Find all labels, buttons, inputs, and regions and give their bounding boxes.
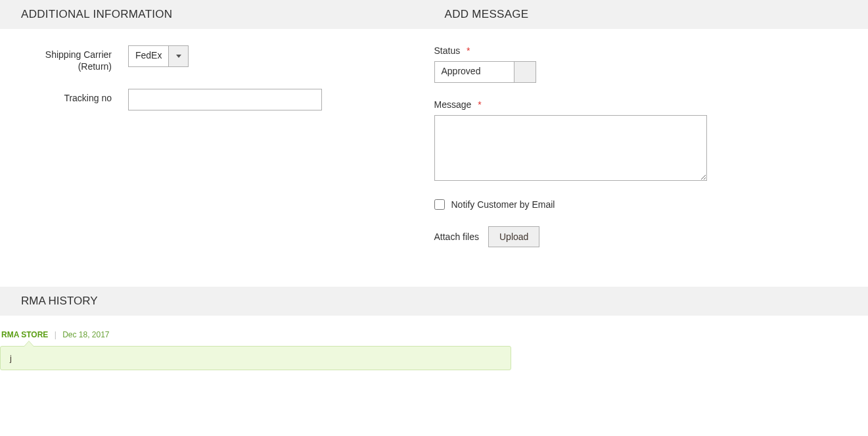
notify-customer-checkbox[interactable] bbox=[434, 199, 445, 210]
history-date: Dec 18, 2017 bbox=[62, 330, 109, 339]
upload-button[interactable]: Upload bbox=[488, 226, 539, 247]
shipping-carrier-select[interactable]: FedEx bbox=[128, 45, 189, 67]
status-value: Approved bbox=[435, 62, 514, 82]
message-textarea[interactable] bbox=[434, 115, 707, 181]
required-asterisk: * bbox=[467, 45, 470, 56]
message-label: Message * bbox=[434, 99, 856, 110]
attach-files-label: Attach files bbox=[434, 231, 479, 242]
status-label-text: Status bbox=[434, 45, 461, 56]
shipping-carrier-label: Shipping Carrier (Return) bbox=[13, 45, 128, 72]
required-asterisk: * bbox=[478, 99, 481, 110]
rma-history-body: RMA STORE | Dec 18, 2017 j bbox=[0, 316, 868, 377]
status-dropdown-button[interactable] bbox=[514, 62, 536, 82]
top-section-header: ADDITIONAL INFORMATION ADD MESSAGE bbox=[0, 0, 868, 29]
tracking-no-input[interactable] bbox=[128, 89, 322, 110]
history-entry-meta: RMA STORE | Dec 18, 2017 bbox=[0, 330, 855, 339]
shipping-carrier-value: FedEx bbox=[129, 46, 168, 66]
additional-info-heading: ADDITIONAL INFORMATION bbox=[8, 8, 432, 21]
shipping-carrier-dropdown-button[interactable] bbox=[168, 46, 188, 66]
rma-history-header: RMA HISTORY bbox=[0, 287, 868, 316]
status-select[interactable]: Approved bbox=[434, 61, 536, 83]
history-message-bubble: j bbox=[0, 346, 511, 370]
chevron-down-icon bbox=[176, 55, 181, 58]
tracking-no-label: Tracking no bbox=[13, 89, 128, 105]
add-message-panel: Status * Approved Message * bbox=[434, 45, 856, 247]
status-label: Status * bbox=[434, 45, 856, 56]
add-message-heading: ADD MESSAGE bbox=[432, 8, 856, 21]
notify-customer-label: Notify Customer by Email bbox=[451, 199, 555, 210]
message-label-text: Message bbox=[434, 99, 472, 110]
history-store-name: RMA STORE bbox=[1, 330, 48, 339]
rma-history-heading: RMA HISTORY bbox=[8, 295, 855, 308]
additional-info-panel: Shipping Carrier (Return) FedEx Tracking… bbox=[13, 45, 434, 247]
history-message-text: j bbox=[10, 353, 12, 363]
history-separator: | bbox=[55, 330, 57, 339]
